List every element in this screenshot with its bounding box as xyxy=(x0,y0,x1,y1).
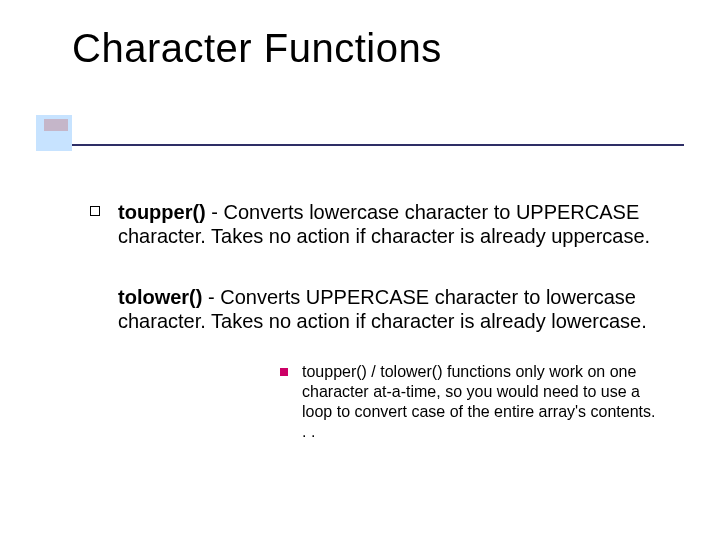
nested-note: toupper() / tolower() functions only wor… xyxy=(280,362,662,442)
slide-title: Character Functions xyxy=(72,26,442,71)
separator: - xyxy=(206,201,224,223)
note-text: toupper() / tolower() functions only wor… xyxy=(302,363,655,440)
bullet-item-toupper: toupper() - Converts lowercase character… xyxy=(90,200,662,249)
function-name: tolower() xyxy=(118,286,202,308)
accent-overlay xyxy=(44,119,68,131)
pink-square-bullet-icon xyxy=(280,368,288,376)
slide: Character Functions toupper() - Converts… xyxy=(0,0,720,540)
bullet-item-tolower: tolower() - Converts UPPERCASE character… xyxy=(90,285,662,334)
separator: - xyxy=(202,286,220,308)
title-underline xyxy=(72,144,684,146)
function-name: toupper() xyxy=(118,201,206,223)
slide-body: toupper() - Converts lowercase character… xyxy=(90,200,662,442)
square-bullet-icon xyxy=(90,206,100,216)
